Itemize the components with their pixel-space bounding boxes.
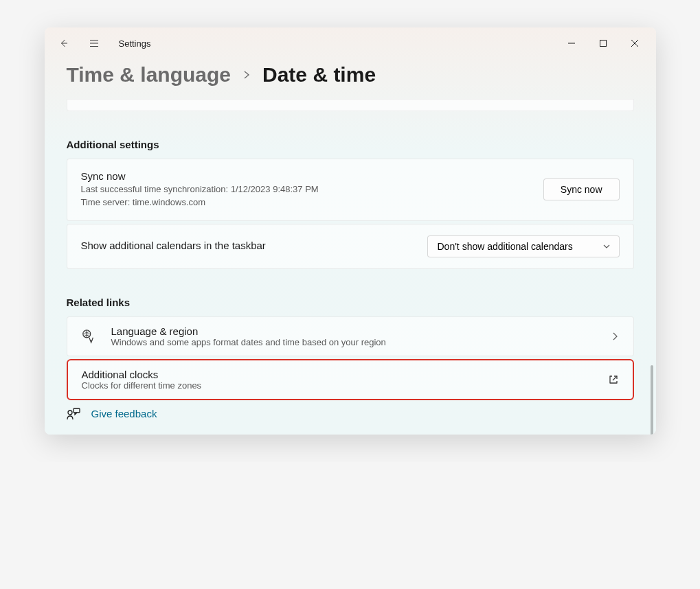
minimize-button[interactable]	[556, 32, 587, 54]
titlebar: Settings	[45, 27, 656, 59]
give-feedback-label: Give feedback	[91, 408, 157, 419]
additional-calendars-label: Show additional calendars in the taskbar	[81, 240, 266, 251]
close-button[interactable]	[619, 32, 651, 54]
scrollbar[interactable]	[651, 365, 653, 435]
window-controls	[556, 32, 651, 54]
breadcrumb: Time & language Date & time	[67, 63, 634, 86]
sync-now-card: Sync now Last successful time synchroniz…	[67, 159, 634, 221]
app-title: Settings	[119, 38, 151, 49]
section-heading-related-links: Related links	[67, 297, 634, 308]
sync-now-last-sync: Last successful time synchronization: 1/…	[81, 183, 319, 196]
maximize-icon	[600, 40, 607, 47]
additional-calendars-text: Show additional calendars in the taskbar	[81, 240, 266, 253]
breadcrumb-current: Date & time	[262, 63, 376, 86]
language-region-body: Language & region Windows and some apps …	[111, 325, 595, 347]
additional-clocks-link[interactable]: Additional clocks Clocks for different t…	[67, 359, 634, 400]
partial-card-top	[67, 99, 634, 111]
back-button[interactable]	[50, 30, 78, 57]
language-region-icon	[81, 329, 96, 344]
external-link-icon	[608, 374, 619, 385]
additional-clocks-sub: Clocks for different time zones	[82, 380, 608, 391]
back-arrow-icon	[58, 38, 69, 49]
hamburger-icon	[89, 38, 100, 49]
additional-clocks-body: Additional clocks Clocks for different t…	[82, 369, 608, 391]
additional-clocks-title: Additional clocks	[82, 369, 608, 380]
sync-now-title: Sync now	[81, 170, 319, 182]
svg-rect-0	[600, 41, 606, 47]
content-area: Time & language Date & time Additional s…	[45, 63, 656, 435]
language-region-title: Language & region	[111, 325, 595, 337]
give-feedback-link[interactable]: Give feedback	[67, 407, 634, 421]
language-region-link[interactable]: Language & region Windows and some apps …	[67, 316, 634, 356]
titlebar-left: Settings	[50, 30, 151, 57]
language-region-sub: Windows and some apps format dates and t…	[111, 337, 595, 347]
chevron-right-icon	[242, 70, 251, 80]
feedback-icon	[67, 407, 80, 421]
breadcrumb-parent[interactable]: Time & language	[67, 63, 232, 86]
maximize-button[interactable]	[587, 32, 619, 54]
chevron-down-icon	[602, 242, 611, 251]
settings-window: Settings Time & language Date & time Add…	[45, 27, 656, 435]
minimize-icon	[568, 40, 575, 47]
hamburger-menu-button[interactable]	[80, 30, 108, 57]
svg-point-2	[68, 411, 72, 415]
sync-now-server: Time server: time.windows.com	[81, 196, 319, 209]
sync-now-text: Sync now Last successful time synchroniz…	[81, 170, 319, 209]
dropdown-selected: Don't show additional calendars	[438, 241, 573, 252]
additional-calendars-dropdown[interactable]: Don't show additional calendars	[427, 235, 620, 257]
close-icon	[631, 40, 638, 47]
sync-now-button[interactable]: Sync now	[543, 178, 620, 200]
chevron-right-icon	[610, 332, 620, 341]
svg-rect-3	[74, 408, 80, 413]
section-heading-additional-settings: Additional settings	[67, 139, 634, 150]
additional-calendars-card: Show additional calendars in the taskbar…	[67, 224, 634, 269]
